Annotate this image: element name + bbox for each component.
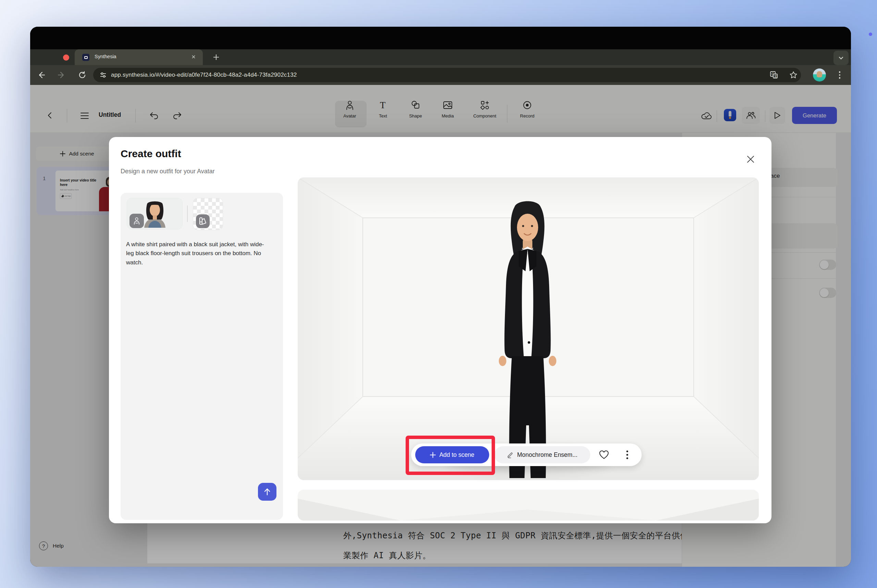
browser-tab[interactable]: Synthesia	[75, 50, 203, 65]
next-outfit-preview[interactable]	[298, 490, 759, 520]
browser-titlebar: Synthesia	[30, 27, 851, 65]
style-swatch-icon	[196, 214, 210, 228]
avatar-figure[interactable]	[483, 199, 572, 480]
reload-icon[interactable]	[78, 71, 86, 79]
create-outfit-modal: Create outfit Design a new outfit for yo…	[109, 137, 772, 523]
submit-prompt-button[interactable]	[258, 483, 276, 501]
forward-icon[interactable]	[57, 71, 66, 79]
outfit-prompt-panel: A white shirt paired with a black suit j…	[120, 193, 283, 520]
synthesia-favicon-icon	[82, 54, 89, 61]
favorite-heart-icon[interactable]	[598, 449, 610, 460]
site-settings-icon[interactable]	[99, 71, 107, 80]
outfit-preview-room: Add to scene Monochrome Ensem...	[298, 177, 759, 480]
modal-subtitle: Design a new outfit for your Avatar	[120, 168, 215, 175]
thumbnail-divider	[187, 206, 188, 222]
browser-profile-avatar[interactable]	[813, 69, 826, 81]
new-tab-icon[interactable]	[211, 52, 221, 62]
tab-title: Synthesia	[95, 54, 117, 59]
cursor-dot	[869, 33, 872, 36]
svg-text:文: 文	[774, 75, 777, 78]
avatar-badge-icon	[129, 214, 144, 228]
back-icon[interactable]	[37, 71, 45, 79]
browser-url-bar: app.synthesia.io/#/video-edit/a0fe7f24-8…	[30, 65, 851, 85]
address-bar[interactable]: app.synthesia.io/#/video-edit/a0fe7f24-8…	[93, 68, 801, 82]
url-text: app.synthesia.io/#/video-edit/a0fe7f24-8…	[111, 68, 297, 82]
close-tab-icon[interactable]	[190, 53, 197, 61]
annotation-highlight-box	[405, 436, 495, 475]
close-modal-icon[interactable]	[745, 153, 757, 165]
browser-menu-icon[interactable]	[839, 71, 841, 80]
more-options-icon[interactable]	[622, 449, 632, 460]
edit-pencil-icon	[507, 452, 514, 458]
translate-icon[interactable]: G 文	[770, 71, 778, 81]
outfit-description: A white shirt paired with a black suit j…	[126, 240, 270, 267]
close-window-button[interactable]	[63, 54, 69, 61]
tab-search-chevron-icon[interactable]	[833, 51, 848, 65]
outfit-name-button[interactable]: Monochrome Ensem...	[494, 446, 590, 464]
modal-title: Create outfit	[120, 148, 181, 160]
screenshot-stage: Synthesia	[0, 0, 877, 588]
bookmark-star-icon[interactable]	[789, 71, 797, 81]
